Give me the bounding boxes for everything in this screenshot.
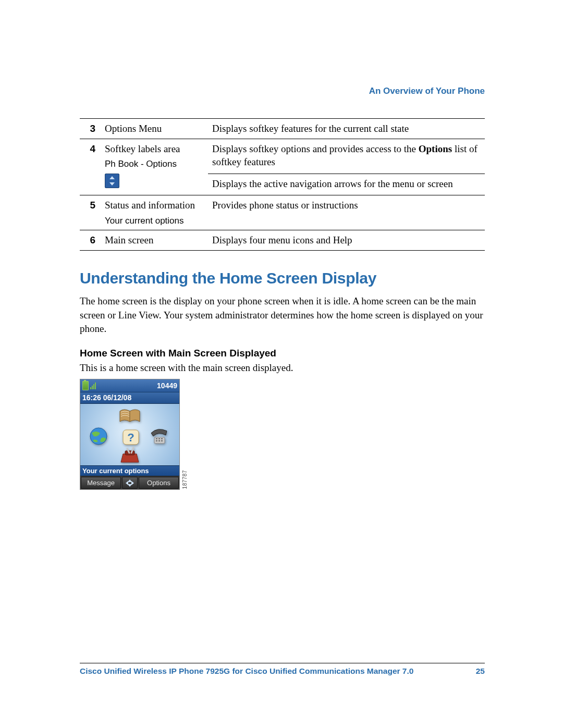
section-body: The home screen is the display on your p… (80, 294, 485, 336)
footer-title: Cisco Unified Wireless IP Phone 7925G fo… (80, 667, 413, 676)
phone-softkey-bar: Message Options (80, 476, 179, 489)
svg-rect-6 (158, 438, 160, 439)
row-desc: Displays softkey features for the curren… (208, 119, 485, 139)
table-row: 5 Status and information Your current op… (80, 195, 485, 230)
row-number: 5 (80, 195, 101, 230)
sub-body: This is a home screen with the main scre… (80, 361, 485, 375)
directory-icon (118, 406, 142, 427)
phone-datetime: 16:26 06/12/08 (80, 392, 179, 404)
softkey-right: Options (139, 477, 179, 489)
row-number: 6 (80, 230, 101, 251)
row-item-example: Your current options (105, 215, 204, 227)
sub-heading: Home Screen with Main Screen Displayed (80, 348, 485, 359)
chapter-header: An Overview of Your Phone (80, 86, 485, 96)
table-row: 4 Softkey labels area Ph Book - Options … (80, 139, 485, 174)
svg-rect-9 (158, 440, 160, 441)
row-item: Options Menu (101, 119, 208, 139)
signal-icon (90, 382, 97, 389)
phone-handset-icon (147, 426, 171, 447)
row-desc: Provides phone status or instructions (208, 195, 485, 230)
svg-text:?: ? (127, 431, 134, 444)
globe-icon (87, 426, 111, 447)
svg-rect-8 (156, 440, 157, 441)
page-footer: Cisco Unified Wireless IP Phone 7925G fo… (80, 663, 485, 676)
row-item: Softkey labels area Ph Book - Options (101, 139, 208, 195)
nav-arrows-icon (105, 174, 119, 188)
softkey-left: Message (81, 477, 121, 489)
tools-icon (118, 447, 142, 467)
row-item: Main screen (101, 230, 208, 251)
softkey-nav-icon (122, 477, 138, 489)
row-desc: Displays four menu icons and Help (208, 230, 485, 251)
row-desc: Displays the active navigation arrows fo… (208, 174, 485, 195)
image-id-label: 187787 (182, 470, 188, 489)
phone-extension: 10449 (157, 381, 177, 390)
help-icon: ? (119, 427, 143, 448)
svg-rect-5 (156, 438, 157, 439)
svg-rect-7 (161, 438, 163, 439)
table-row: 3 Options Menu Displays softkey features… (80, 119, 485, 139)
section-title: Understanding the Home Screen Display (80, 269, 485, 287)
row-number: 3 (80, 119, 101, 139)
battery-icon (82, 381, 89, 390)
phone-topbar: 10449 (80, 379, 179, 392)
table-row: 6 Main screen Displays four menu icons a… (80, 230, 485, 251)
row-item-example: Ph Book - Options (105, 158, 204, 170)
row-number: 4 (80, 139, 101, 195)
svg-rect-10 (161, 440, 163, 441)
footer-page-number: 25 (476, 667, 485, 676)
row-desc: Displays softkey options and provides ac… (208, 139, 485, 174)
feature-table: 3 Options Menu Displays softkey features… (80, 118, 485, 251)
phone-main-screen: ? (80, 404, 179, 465)
phone-screenshot: 10449 16:26 06/12/08 ? (80, 379, 186, 490)
row-item: Status and information Your current opti… (101, 195, 208, 230)
